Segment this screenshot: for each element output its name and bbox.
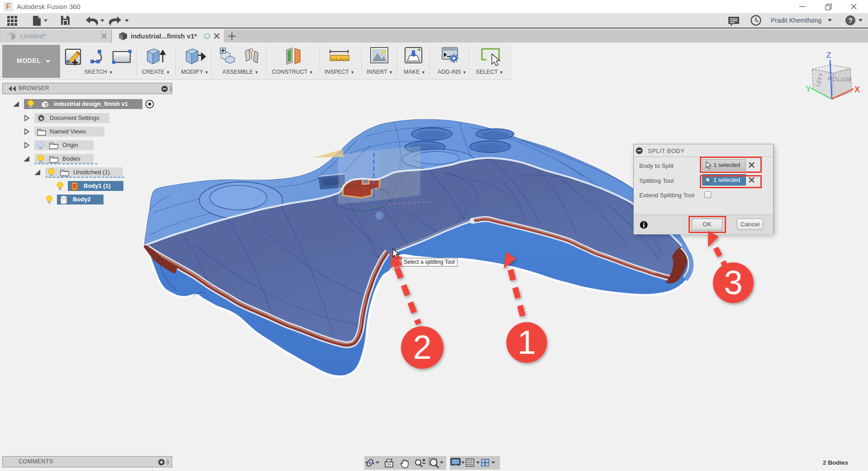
svg-text:2: 2 — [413, 328, 431, 366]
svg-text:3: 3 — [724, 264, 742, 301]
svg-text:1: 1 — [517, 324, 536, 361]
